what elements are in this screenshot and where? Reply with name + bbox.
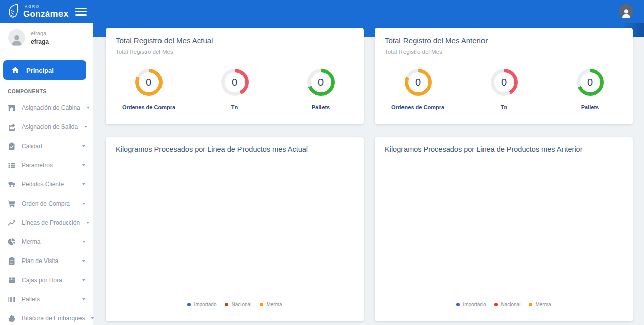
card-total-mes-actual: Total Registro del Mes Actual Total Regi…: [106, 28, 364, 124]
donut-gauge: 0: [405, 69, 432, 96]
card-kilogramos-mes-actual: Kilogramos Procesados por Linea de Produ…: [106, 137, 364, 321]
sidebar-item-bitacora-de-embarques[interactable]: Bitácora de Embarques: [0, 309, 93, 325]
sidebar-item-label: Parametros: [22, 162, 53, 169]
card-subtitle: Total Registro del Mes: [375, 45, 633, 55]
pallet-icon: [8, 295, 16, 303]
gauge-value: 0: [408, 72, 428, 92]
sidebar-item-pedidos-cliente[interactable]: Pedidos Cliente: [0, 175, 93, 194]
sidebar-user-block[interactable]: efraga efraga: [0, 23, 93, 53]
legend-item-nacional: Nacional: [225, 302, 251, 307]
gauge-tn: 0 Tn: [461, 69, 547, 110]
gauge-ordenes-de-compra: 0 Ordenes de Compra: [106, 69, 192, 110]
brand-text: AGRO Gonzámex: [23, 5, 69, 18]
chevron-down-icon: [84, 126, 87, 128]
sidebar-item-label: Principal: [26, 67, 54, 74]
legend-dot: [494, 303, 498, 306]
clipboard-list-icon: [8, 257, 16, 265]
sidebar-item-parametros[interactable]: Parametros: [0, 156, 93, 175]
sidebar-item-label: Pallets: [22, 296, 40, 303]
sidebar-item-pallets[interactable]: Pallets: [0, 290, 93, 309]
legend-item-merma: Merma: [529, 302, 551, 307]
gauge-value: 0: [580, 72, 600, 92]
sidebar-item-orden-de-compra[interactable]: Orden de Compra: [0, 194, 93, 213]
card-subtitle: Total Registro del Mes: [106, 45, 364, 55]
gauge-ordenes-de-compra: 0 Ordenes de Compra: [375, 69, 461, 110]
header-toolbar: [93, 0, 644, 23]
legend-label: Nacional: [231, 302, 251, 307]
gauge-value: 0: [311, 72, 331, 92]
gauge-label: Ordenes de Compra: [391, 104, 444, 110]
clipboard-check-icon: [8, 142, 16, 150]
truck-icon: [8, 180, 16, 188]
user-display-name: efraga: [31, 30, 49, 36]
user-names: efraga efraga: [31, 30, 49, 45]
sidebar-item-merma[interactable]: Merma: [0, 232, 93, 251]
donut-gauge: 0: [491, 69, 518, 96]
legend-dot: [260, 303, 263, 306]
sidebar-section-label: COMPONENTS: [8, 89, 93, 94]
gauge-row: 0 Ordenes de Compra 0 Tn 0 Pallets: [106, 69, 364, 110]
brand-logo[interactable]: AGRO Gonzámex: [7, 3, 69, 20]
chevron-down-icon: [82, 298, 85, 300]
cart-icon: [8, 200, 16, 208]
sidebar-item-principal[interactable]: Principal: [3, 60, 86, 80]
chevron-down-icon: [87, 107, 90, 109]
brand-main-label: Gonzá: [23, 9, 50, 19]
brand-top-label: AGRO: [25, 5, 69, 9]
sidebar-item-plan-de-visita[interactable]: Plan de Visita: [0, 251, 93, 271]
gauge-label: Ordenes de Compra: [122, 104, 175, 110]
legend-label: Importado: [463, 302, 486, 307]
sidebar-item-label: Orden de Compra: [22, 200, 70, 207]
chart-legend: Importado Nacional Merma: [375, 302, 633, 307]
home-icon: [11, 66, 19, 74]
share-icon: [8, 123, 16, 131]
person-icon: [621, 8, 632, 19]
gauge-label: Tn: [501, 104, 507, 110]
sidebar-item-cajas-por-hora[interactable]: Cajas por Hora: [0, 271, 93, 290]
chevron-down-icon: [91, 317, 94, 319]
gauge-row: 0 Ordenes de Compra 0 Tn 0 Pallets: [375, 69, 633, 110]
donut-gauge: 0: [135, 69, 163, 96]
gauge-value: 0: [225, 72, 245, 92]
user-avatar[interactable]: [619, 4, 633, 19]
chart-line-icon: [8, 219, 16, 227]
ship-icon: [8, 314, 16, 322]
brand-suffix-label: mex: [50, 9, 69, 19]
sidebar-item-lineas-de-produccion[interactable]: Líneas de Producción: [0, 213, 93, 232]
gauge-label: Pallets: [581, 104, 599, 110]
card-total-mes-anterior: Total Registro del Mes Anterior Total Re…: [375, 28, 633, 124]
sidebar-item-label: Líneas de Producción: [22, 219, 80, 226]
sidebar-item-asignacion-salida[interactable]: Asignacion de Salida: [0, 117, 93, 137]
person-icon: [10, 33, 23, 46]
chart-title: Kilogramos Procesados por Linea de Produ…: [375, 137, 633, 161]
gauge-label: Pallets: [312, 104, 330, 110]
list-icon: [8, 161, 16, 169]
card-title: Total Registro del Mes Anterior: [375, 28, 633, 45]
gauge-pallets: 0 Pallets: [278, 69, 364, 110]
legend-dot: [187, 303, 191, 306]
legend-item-importado: Importado: [456, 302, 486, 307]
legend-label: Merma: [266, 302, 282, 307]
sidebar-item-asignacion-cabina[interactable]: Asignación de Cabina: [0, 98, 93, 117]
sidebar-item-label: Calidad: [22, 143, 42, 150]
sidebar-item-calidad[interactable]: Calidad: [0, 137, 93, 156]
legend-label: Importado: [194, 302, 216, 307]
gauge-value: 0: [494, 72, 514, 92]
chevron-down-icon: [82, 260, 85, 262]
sidebar-item-label: Pedidos Cliente: [22, 181, 64, 188]
user-username: efraga: [31, 38, 49, 45]
sidebar-item-label: Asignacion de Salida: [22, 123, 78, 131]
hamburger-icon[interactable]: [75, 8, 87, 16]
legend-label: Nacional: [501, 302, 520, 307]
legend-item-importado: Importado: [187, 302, 216, 307]
chart-title: Kilogramos Procesados por Linea de Produ…: [106, 137, 364, 161]
gauge-value: 0: [139, 72, 159, 92]
avatar: [8, 29, 25, 46]
app-header: AGRO Gonzámex: [0, 0, 644, 23]
chevron-down-icon: [82, 241, 85, 243]
sidebar-header: AGRO Gonzámex: [0, 0, 93, 23]
sidebar-item-label: Merma: [22, 238, 40, 245]
legend-item-nacional: Nacional: [494, 302, 520, 307]
sidebar-item-label: Cajas por Hora: [22, 277, 62, 284]
sidebar-nav: Asignación de Cabina Asignacion de Salid…: [0, 98, 93, 325]
